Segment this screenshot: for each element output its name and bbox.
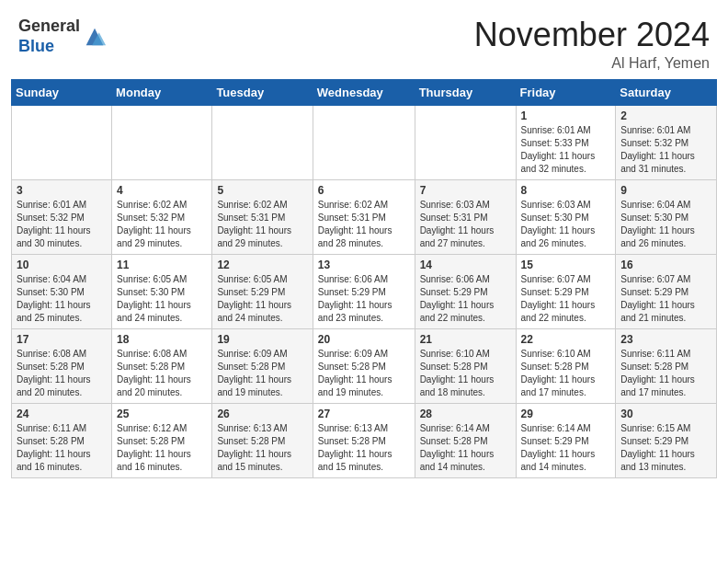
calendar-cell: [12, 105, 112, 179]
day-number: 10: [17, 259, 107, 271]
day-info: Sunrise: 6:03 AM Sunset: 5:31 PM Dayligh…: [420, 199, 511, 250]
day-number: 29: [521, 408, 611, 420]
day-number: 30: [620, 408, 711, 420]
calendar-cell: 16Sunrise: 6:07 AM Sunset: 5:29 PM Dayli…: [616, 254, 717, 328]
month-title: November 2024: [474, 17, 710, 53]
page-header: General Blue November 2024 Al Harf, Yeme…: [0, 0, 728, 79]
day-info: Sunrise: 6:06 AM Sunset: 5:29 PM Dayligh…: [318, 273, 410, 325]
day-number: 22: [521, 333, 611, 346]
logo: General Blue: [18, 17, 108, 56]
title-block: November 2024 Al Harf, Yemen: [474, 17, 710, 72]
day-number: 9: [620, 184, 711, 197]
calendar-cell: 23Sunrise: 6:11 AM Sunset: 5:28 PM Dayli…: [616, 328, 717, 403]
day-info: Sunrise: 6:04 AM Sunset: 5:30 PM Dayligh…: [17, 273, 107, 325]
weekday-header-sunday: Sunday: [12, 79, 112, 105]
calendar-cell: 24Sunrise: 6:11 AM Sunset: 5:28 PM Dayli…: [12, 403, 112, 477]
calendar-week-2: 3Sunrise: 6:01 AM Sunset: 5:32 PM Daylig…: [12, 179, 717, 254]
day-number: 14: [420, 259, 511, 271]
day-info: Sunrise: 6:10 AM Sunset: 5:28 PM Dayligh…: [420, 348, 511, 399]
logo-general: General: [18, 17, 80, 35]
day-info: Sunrise: 6:08 AM Sunset: 5:28 PM Dayligh…: [17, 348, 107, 399]
day-info: Sunrise: 6:06 AM Sunset: 5:29 PM Dayligh…: [420, 273, 511, 325]
calendar-cell: 7Sunrise: 6:03 AM Sunset: 5:31 PM Daylig…: [415, 179, 516, 254]
day-info: Sunrise: 6:08 AM Sunset: 5:28 PM Dayligh…: [117, 348, 207, 399]
calendar-cell: 17Sunrise: 6:08 AM Sunset: 5:28 PM Dayli…: [12, 328, 112, 403]
day-info: Sunrise: 6:07 AM Sunset: 5:29 PM Dayligh…: [620, 273, 711, 325]
day-info: Sunrise: 6:01 AM Sunset: 5:33 PM Dayligh…: [521, 124, 611, 176]
weekday-header-wednesday: Wednesday: [313, 79, 415, 105]
day-number: 7: [420, 184, 511, 197]
day-number: 3: [17, 184, 107, 197]
calendar-week-4: 17Sunrise: 6:08 AM Sunset: 5:28 PM Dayli…: [12, 328, 717, 403]
location-title: Al Harf, Yemen: [474, 55, 710, 72]
day-info: Sunrise: 6:09 AM Sunset: 5:28 PM Dayligh…: [217, 348, 307, 399]
day-info: Sunrise: 6:02 AM Sunset: 5:31 PM Dayligh…: [217, 199, 307, 250]
calendar-cell: 21Sunrise: 6:10 AM Sunset: 5:28 PM Dayli…: [415, 328, 516, 403]
day-info: Sunrise: 6:10 AM Sunset: 5:28 PM Dayligh…: [521, 348, 611, 399]
day-number: 12: [217, 259, 307, 271]
logo-blue: Blue: [18, 37, 54, 55]
day-number: 16: [620, 259, 711, 271]
day-number: 19: [217, 333, 307, 346]
calendar-cell: 5Sunrise: 6:02 AM Sunset: 5:31 PM Daylig…: [212, 179, 313, 254]
day-info: Sunrise: 6:11 AM Sunset: 5:28 PM Dayligh…: [620, 348, 711, 399]
calendar-cell: [313, 105, 415, 179]
day-info: Sunrise: 6:13 AM Sunset: 5:28 PM Dayligh…: [217, 422, 307, 474]
calendar-cell: 25Sunrise: 6:12 AM Sunset: 5:28 PM Dayli…: [112, 403, 212, 477]
logo-icon: [82, 24, 108, 50]
day-number: 2: [620, 109, 711, 122]
calendar-week-1: 1Sunrise: 6:01 AM Sunset: 5:33 PM Daylig…: [12, 105, 717, 179]
calendar-cell: 27Sunrise: 6:13 AM Sunset: 5:28 PM Dayli…: [313, 403, 415, 477]
day-info: Sunrise: 6:11 AM Sunset: 5:28 PM Dayligh…: [17, 422, 107, 474]
day-number: 5: [217, 184, 307, 197]
calendar-cell: 29Sunrise: 6:14 AM Sunset: 5:29 PM Dayli…: [516, 403, 616, 477]
day-number: 21: [420, 333, 511, 346]
day-info: Sunrise: 6:01 AM Sunset: 5:32 PM Dayligh…: [17, 199, 107, 250]
day-info: Sunrise: 6:03 AM Sunset: 5:30 PM Dayligh…: [521, 199, 611, 250]
calendar-wrapper: SundayMondayTuesdayWednesdayThursdayFrid…: [0, 79, 728, 489]
calendar-cell: 15Sunrise: 6:07 AM Sunset: 5:29 PM Dayli…: [516, 254, 616, 328]
calendar-cell: 6Sunrise: 6:02 AM Sunset: 5:31 PM Daylig…: [313, 179, 415, 254]
calendar-cell: 14Sunrise: 6:06 AM Sunset: 5:29 PM Dayli…: [415, 254, 516, 328]
calendar-cell: [212, 105, 313, 179]
calendar-cell: 10Sunrise: 6:04 AM Sunset: 5:30 PM Dayli…: [12, 254, 112, 328]
calendar-cell: 19Sunrise: 6:09 AM Sunset: 5:28 PM Dayli…: [212, 328, 313, 403]
calendar-cell: 11Sunrise: 6:05 AM Sunset: 5:30 PM Dayli…: [112, 254, 212, 328]
day-number: 4: [117, 184, 207, 197]
day-number: 28: [420, 408, 511, 420]
day-number: 13: [318, 259, 410, 271]
day-info: Sunrise: 6:09 AM Sunset: 5:28 PM Dayligh…: [318, 348, 410, 399]
day-info: Sunrise: 6:14 AM Sunset: 5:28 PM Dayligh…: [420, 422, 511, 474]
day-number: 20: [318, 333, 410, 346]
day-number: 11: [117, 259, 207, 271]
calendar-cell: 18Sunrise: 6:08 AM Sunset: 5:28 PM Dayli…: [112, 328, 212, 403]
day-number: 8: [521, 184, 611, 197]
day-info: Sunrise: 6:01 AM Sunset: 5:32 PM Dayligh…: [620, 124, 711, 176]
weekday-header-friday: Friday: [516, 79, 616, 105]
calendar-cell: 12Sunrise: 6:05 AM Sunset: 5:29 PM Dayli…: [212, 254, 313, 328]
weekday-header-thursday: Thursday: [415, 79, 516, 105]
calendar-cell: 1Sunrise: 6:01 AM Sunset: 5:33 PM Daylig…: [516, 105, 616, 179]
weekday-header-tuesday: Tuesday: [212, 79, 313, 105]
day-number: 24: [17, 408, 107, 420]
day-info: Sunrise: 6:15 AM Sunset: 5:29 PM Dayligh…: [620, 422, 711, 474]
day-info: Sunrise: 6:05 AM Sunset: 5:29 PM Dayligh…: [217, 273, 307, 325]
day-number: 26: [217, 408, 307, 420]
day-info: Sunrise: 6:12 AM Sunset: 5:28 PM Dayligh…: [117, 422, 207, 474]
calendar-cell: 30Sunrise: 6:15 AM Sunset: 5:29 PM Dayli…: [616, 403, 717, 477]
day-number: 17: [17, 333, 107, 346]
day-number: 25: [117, 408, 207, 420]
day-number: 18: [117, 333, 207, 346]
day-info: Sunrise: 6:04 AM Sunset: 5:30 PM Dayligh…: [620, 199, 711, 250]
day-info: Sunrise: 6:14 AM Sunset: 5:29 PM Dayligh…: [521, 422, 611, 474]
calendar-cell: [112, 105, 212, 179]
calendar-cell: 28Sunrise: 6:14 AM Sunset: 5:28 PM Dayli…: [415, 403, 516, 477]
calendar-cell: 4Sunrise: 6:02 AM Sunset: 5:32 PM Daylig…: [112, 179, 212, 254]
weekday-header-monday: Monday: [112, 79, 212, 105]
day-number: 23: [620, 333, 711, 346]
day-number: 6: [318, 184, 410, 197]
calendar-header-row: SundayMondayTuesdayWednesdayThursdayFrid…: [12, 79, 717, 105]
day-info: Sunrise: 6:02 AM Sunset: 5:32 PM Dayligh…: [117, 199, 207, 250]
calendar-table: SundayMondayTuesdayWednesdayThursdayFrid…: [11, 79, 717, 478]
day-info: Sunrise: 6:05 AM Sunset: 5:30 PM Dayligh…: [117, 273, 207, 325]
